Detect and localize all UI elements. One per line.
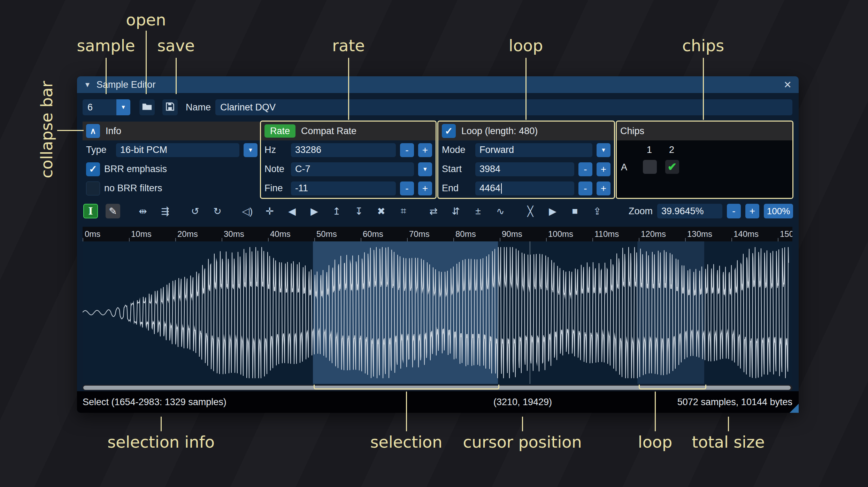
zoom-controls: Zoom 39.9645% - + 100% xyxy=(629,204,793,218)
hz-plus-button[interactable]: + xyxy=(418,143,432,157)
annotation-total-size-label: total size xyxy=(692,433,765,451)
fine-input[interactable]: -11 xyxy=(291,181,396,195)
select-tool-button[interactable]: I xyxy=(83,204,98,218)
annotation-save-label: save xyxy=(157,36,195,55)
loop-end-minus-button[interactable]: - xyxy=(578,181,592,195)
normalize-icon: ✛ xyxy=(266,206,274,217)
open-sample-button[interactable] xyxy=(139,99,155,115)
timeline-ruler[interactable]: 0ms10ms20ms30ms40ms50ms60ms70ms80ms90ms1… xyxy=(83,227,792,241)
timeline-label: 150ms xyxy=(780,229,792,239)
reverse-button[interactable]: ⇄ xyxy=(426,204,441,218)
undo-button[interactable]: ↺ xyxy=(188,204,202,218)
titlebar: ▼ Sample Editor ✕ xyxy=(77,76,799,93)
loop-start-minus-button[interactable]: - xyxy=(578,162,592,176)
crossfade-button[interactable]: ╳ xyxy=(523,204,538,218)
loop-start-input[interactable]: 3984 xyxy=(475,162,574,176)
hz-input[interactable]: 33286 xyxy=(291,143,396,157)
waveform-canvas[interactable] xyxy=(83,241,792,384)
hz-minus-button[interactable]: - xyxy=(400,143,414,157)
zoom-in-button[interactable]: + xyxy=(745,204,759,218)
zoom-reset-button[interactable]: 100% xyxy=(764,204,793,218)
loop-start-row: Start 3984 - + xyxy=(438,160,614,179)
sample-name-input[interactable]: Clarinet DQV xyxy=(215,99,792,115)
invert-icon: ⇵ xyxy=(452,206,460,217)
timeline-tick xyxy=(639,238,639,241)
no-brr-filters-checkbox[interactable] xyxy=(86,181,100,195)
sample-name-value: Clarinet DQV xyxy=(220,102,276,113)
normalize-button[interactable]: ✛ xyxy=(262,204,277,218)
sample-number-select[interactable]: 6 ▼ xyxy=(83,99,130,115)
loop-mode-select[interactable]: Forward xyxy=(475,143,592,157)
fade-out-button[interactable]: ▶ xyxy=(307,204,322,218)
timeline-label: 60ms xyxy=(363,229,383,239)
zoom-input[interactable]: 39.9645% xyxy=(657,204,722,218)
timeline-tick xyxy=(592,238,593,241)
amplify-button[interactable]: ◁) xyxy=(240,204,255,218)
annotation-rate-line xyxy=(348,58,349,120)
annotation-open-line xyxy=(146,31,147,94)
save-floppy-icon xyxy=(166,102,175,113)
redo-button[interactable]: ↻ xyxy=(210,204,225,218)
loop-start-label: Start xyxy=(442,164,471,175)
annotation-loop-top-line xyxy=(525,58,527,120)
sample-editor-window: ▼ Sample Editor ✕ 6 ▼ Name Clarinet DQV xyxy=(77,76,799,413)
window-collapse-icon[interactable]: ▼ xyxy=(84,81,91,89)
apply-silence-button[interactable]: ↧ xyxy=(352,204,366,218)
chevron-up-icon: ∧ xyxy=(90,126,96,136)
loop-end-label: End xyxy=(442,183,471,194)
fine-plus-button[interactable]: + xyxy=(418,181,432,195)
chevron-down-icon[interactable]: ▼ xyxy=(244,143,258,157)
sign-button[interactable]: ± xyxy=(471,204,485,218)
resize-button[interactable]: ⇹ xyxy=(136,204,150,218)
filter-icon: ∿ xyxy=(496,206,504,217)
delete-button[interactable]: ✖ xyxy=(374,204,389,218)
chevron-down-icon[interactable]: ▼ xyxy=(418,162,432,176)
fade-out-icon: ▶ xyxy=(310,206,318,217)
chip-2-checkbox[interactable]: ✔ xyxy=(665,160,679,174)
rate-tab[interactable]: Rate xyxy=(264,124,295,138)
rate-panel-header: Rate Compat Rate xyxy=(261,122,436,140)
select-tool-icon: I xyxy=(88,206,93,217)
stop-preview-button[interactable]: ■ xyxy=(568,204,582,218)
chip-1-checkbox[interactable] xyxy=(643,160,657,174)
loop-enable-checkbox[interactable]: ✓ xyxy=(442,124,456,138)
preview-button[interactable]: ▶ xyxy=(545,204,560,218)
fine-minus-button[interactable]: - xyxy=(400,181,414,195)
timeline-label: 0ms xyxy=(85,229,100,239)
trim-icon: ⌗ xyxy=(401,206,406,217)
loop-panel: ✓ Loop (length: 480) Mode Forward ▼ Star… xyxy=(438,122,614,198)
draw-tool-button[interactable]: ✎ xyxy=(106,204,120,218)
loop-bracket xyxy=(639,385,706,389)
close-icon[interactable]: ✕ xyxy=(784,79,792,91)
check-icon: ✔ xyxy=(668,160,677,173)
resample-button[interactable]: ⇶ xyxy=(158,204,172,218)
create-wavetable-button[interactable]: ⇪ xyxy=(590,204,605,218)
chevron-down-icon[interactable]: ▼ xyxy=(116,99,130,115)
timeline-tick xyxy=(778,238,778,241)
timeline-label: 90ms xyxy=(502,229,522,239)
folder-open-icon xyxy=(142,102,152,112)
loop-end-plus-button[interactable]: + xyxy=(597,181,610,195)
toolbar-buttons: I✎⇹⇶↺↻◁)✛◀▶↥↧✖⌗⇄⇵±∿╳▶■⇪ xyxy=(83,204,605,218)
type-select[interactable]: 16-bit PCM xyxy=(116,143,239,157)
fade-in-button[interactable]: ◀ xyxy=(285,204,299,218)
timeline-tick xyxy=(83,238,83,241)
status-bar: Select (1654-2983: 1329 samples) (3210, … xyxy=(77,391,799,413)
note-select[interactable]: C-7 xyxy=(291,162,414,176)
chips-panel-title: Chips xyxy=(620,126,644,137)
filter-button[interactable]: ∿ xyxy=(493,204,508,218)
loop-end-input[interactable]: 4464 xyxy=(475,181,574,195)
trim-button[interactable]: ⌗ xyxy=(396,204,411,218)
insert-silence-button[interactable]: ↥ xyxy=(329,204,344,218)
zoom-out-button[interactable]: - xyxy=(727,204,741,218)
brr-emphasis-checkbox[interactable]: ✓ xyxy=(86,162,100,176)
compat-rate-tab[interactable]: Compat Rate xyxy=(301,126,356,137)
save-sample-button[interactable] xyxy=(162,99,178,115)
loop-start-plus-button[interactable]: + xyxy=(597,162,610,176)
insert-silence-icon: ↥ xyxy=(332,206,340,217)
chevron-down-icon[interactable]: ▼ xyxy=(597,143,610,157)
invert-button[interactable]: ⇵ xyxy=(448,204,463,218)
collapse-bar-button[interactable]: ∧ xyxy=(86,124,100,138)
rate-panel: Rate Compat Rate Hz 33286 - + Note C-7 ▼… xyxy=(261,122,436,198)
window-resize-grip[interactable] xyxy=(790,404,799,413)
